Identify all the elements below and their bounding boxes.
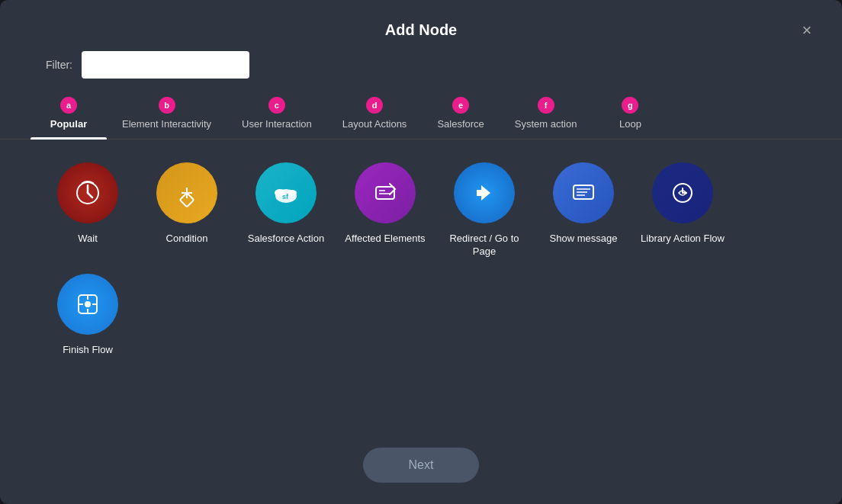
tab-badge-d: d	[366, 97, 383, 114]
tab-badge-b: b	[159, 97, 175, 114]
add-node-modal: Add Node × Filter: a Popular b Element I…	[0, 0, 842, 504]
node-label-salesforce-action: Salesforce Action	[248, 233, 324, 246]
node-item-wait[interactable]: Wait	[46, 162, 130, 258]
tabs-row: a Popular b Element Interactivity c User…	[0, 91, 842, 140]
filter-label: Filter:	[46, 59, 72, 71]
tab-d[interactable]: d Layout Actions	[327, 91, 423, 139]
node-icon-show-message	[553, 162, 614, 223]
tab-badge-c: c	[268, 97, 285, 114]
node-item-library-action-flow[interactable]: Library Action Flow	[641, 162, 725, 258]
svg-point-8	[288, 190, 297, 196]
node-icon-salesforce-action: sf	[255, 162, 317, 223]
close-button[interactable]: ×	[795, 18, 819, 43]
node-item-redirect[interactable]: Redirect / Go to Page	[442, 162, 526, 258]
tab-label-e: Salesforce	[437, 118, 484, 130]
filter-input[interactable]	[82, 51, 249, 79]
svg-line-2	[88, 193, 92, 197]
tab-label-f: System action	[515, 118, 577, 130]
node-icon-affected-elements	[355, 162, 416, 223]
tab-label-d: Layout Actions	[342, 118, 407, 130]
tab-b[interactable]: b Element Interactivity	[107, 91, 227, 139]
modal-overlay: Add Node × Filter: a Popular b Element I…	[0, 0, 842, 504]
node-label-library-action-flow: Library Action Flow	[641, 233, 725, 246]
svg-text:sf: sf	[282, 193, 289, 201]
node-item-salesforce-action[interactable]: sf Salesforce Action	[244, 162, 328, 258]
node-icon-redirect	[454, 162, 515, 223]
node-label-affected-elements: Affected Elements	[345, 233, 425, 246]
node-label-condition: Condition	[166, 233, 208, 246]
node-item-show-message[interactable]: Show message	[542, 162, 625, 258]
content-area: Wait Condition sf Salesforce Action Affe…	[0, 140, 842, 435]
tab-label-c: User Interaction	[242, 118, 312, 130]
node-icon-finish-flow	[57, 274, 118, 335]
tab-g[interactable]: g Loop	[592, 91, 668, 139]
modal-title: Add Node	[385, 21, 457, 38]
tab-badge-g: g	[622, 97, 638, 114]
tab-label-a: Popular	[50, 118, 87, 130]
node-icon-wait	[57, 162, 118, 223]
node-item-finish-flow[interactable]: Finish Flow	[46, 274, 130, 357]
tab-f[interactable]: f System action	[500, 91, 593, 139]
tab-e[interactable]: e Salesforce	[422, 91, 499, 139]
tab-a[interactable]: a Popular	[31, 91, 107, 139]
modal-footer: Next	[0, 435, 842, 504]
svg-point-19	[85, 301, 91, 307]
tab-badge-e: e	[452, 97, 469, 114]
node-item-affected-elements[interactable]: Affected Elements	[343, 162, 427, 258]
tab-c[interactable]: c User Interaction	[227, 91, 327, 139]
node-label-wait: Wait	[78, 233, 98, 246]
node-icon-condition	[156, 162, 217, 223]
next-button[interactable]: Next	[363, 448, 480, 483]
node-label-show-message: Show message	[550, 233, 618, 246]
nodes-grid: Wait Condition sf Salesforce Action Affe…	[46, 162, 796, 357]
filter-row: Filter:	[0, 51, 842, 91]
modal-header: Add Node ×	[0, 0, 842, 51]
tab-badge-a: a	[60, 97, 77, 114]
node-label-finish-flow: Finish Flow	[63, 344, 113, 357]
node-icon-library-action-flow	[652, 162, 713, 223]
node-item-condition[interactable]: Condition	[145, 162, 229, 258]
tab-label-b: Element Interactivity	[122, 118, 211, 130]
node-label-redirect: Redirect / Go to Page	[442, 233, 526, 258]
tab-label-g: Loop	[619, 118, 641, 130]
tab-badge-f: f	[538, 97, 554, 114]
